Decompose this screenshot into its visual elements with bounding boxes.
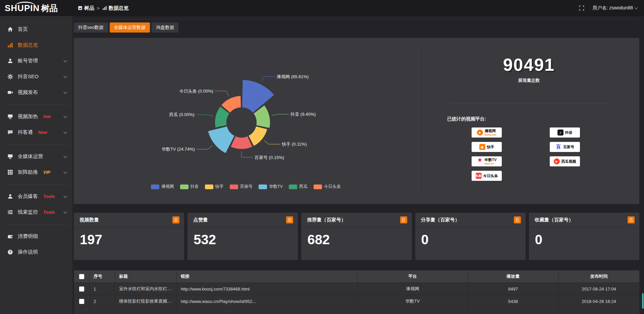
username-label: 用户名: zswodun88 (592, 5, 633, 11)
table-row: 2 楼体投影灯投影效果震撼上市 http://www.wasu.cn/Play/… (74, 295, 640, 308)
sidebar-item-label: 首页 (18, 26, 28, 33)
platforms-title: 已统计的视频平台: (419, 116, 639, 122)
cell-time: 2017-08-24 17:04 (558, 283, 640, 295)
legend-item[interactable]: 西瓜 (289, 184, 308, 190)
legend-item[interactable]: 抖音 (180, 184, 199, 190)
cell-url-link[interactable]: http://www.wasu.cn/Play/show/id/952... (177, 295, 358, 308)
col-header-plays: 播放量 (468, 270, 558, 283)
select-all-checkbox[interactable] (79, 274, 84, 279)
platform-name: 抖音 (565, 131, 573, 135)
monitor-icon (7, 154, 13, 159)
pie-slice-4[interactable] (208, 126, 235, 154)
breadcrumb-root[interactable]: 树品 (78, 5, 94, 11)
tools-badge: Tools (43, 194, 55, 199)
vip-badge: VIP (43, 170, 50, 175)
sidebar-item-member-burst[interactable]: 会员爆客 Tools (0, 189, 72, 204)
help-circle-icon: ? (7, 249, 13, 255)
legend-swatch (205, 185, 213, 189)
legend-item[interactable]: 快手 (205, 184, 224, 190)
legend-item[interactable]: 百家号 (230, 184, 253, 190)
rose-chart: 播视网 (65.61%)抖音 (9.40%)快手 (0.11%)百家号 (0.1… (76, 47, 415, 188)
sidebar-item-matrix-boost[interactable]: 矩阵助推 VIP (0, 164, 72, 180)
chevron-down-icon (64, 130, 67, 134)
sidebar-item-label: 抖客通 (18, 129, 33, 136)
pie-label-line (241, 151, 253, 157)
cell-platform: 华数TV (358, 295, 468, 308)
breadcrumb-current[interactable]: 数据总览 (102, 5, 129, 11)
legend-swatch (314, 185, 322, 189)
sidebar-item-douketong[interactable]: 抖客通 New (0, 124, 72, 140)
hot-badge: Hot (43, 114, 51, 119)
home-icon (7, 27, 13, 32)
summary-panel: 90491 展现量总数 已统计的视频平台: ▶ 播视网boosj.com ◉ 快… (418, 47, 639, 195)
sidebar-item-label: 数据总览 (18, 42, 38, 48)
sidebar-item-spend-details[interactable]: 消费明细 (0, 228, 72, 244)
sidebar-item-label: 消费明细 (18, 233, 38, 240)
scrollbar-thumb[interactable] (642, 293, 644, 309)
tab-omnimedia-data[interactable]: 全媒体运营数据 (110, 22, 150, 33)
col-header-link: 链接 (177, 270, 358, 283)
platform-sub: boosj.com (485, 134, 496, 136)
toutiao-logo-icon: 头条 (476, 173, 482, 179)
sidebar-item-data-overview[interactable]: 数据总览 (0, 37, 72, 53)
sidebar-item-label: 操作说明 (18, 249, 38, 255)
legend-item[interactable]: 华数TV (259, 184, 283, 190)
stat-card-favorites: 收藏量（百家号）总 0 (529, 213, 639, 260)
xigua-logo-icon: ▶ (554, 158, 560, 164)
tab-douyin-seo-data[interactable]: 抖音seo数据 (74, 22, 108, 33)
sidebar-item-lead-monitor[interactable]: 线索监控 Tools (0, 204, 72, 220)
wasu-logo-icon: * (477, 158, 483, 164)
sidebar-item-home[interactable]: 首页 (0, 21, 72, 37)
platform-sub: wasu.cn (484, 162, 494, 165)
sidebar-item-douyin-seo[interactable]: 抖音SEO (0, 69, 72, 85)
pie-slice-0[interactable] (242, 80, 275, 113)
tab-inquiry-data[interactable]: 询盘数据 (152, 22, 178, 33)
chevron-down-icon (64, 154, 67, 158)
sidebar-item-help[interactable]: ? 操作说明 (0, 244, 72, 260)
sidebar-item-label: 全媒体运营 (18, 153, 43, 160)
fullscreen-icon[interactable] (579, 5, 584, 11)
sidebar-item-video-heat[interactable]: 视频加热 Hot (0, 109, 72, 124)
cell-title-link[interactable]: 室外水纹灯和室内水纹灯的区别和简介 (115, 283, 177, 295)
sidebar-item-label: 矩阵助推 (18, 169, 38, 175)
sidebar-item-video-publish[interactable]: 视频发布 (0, 85, 72, 100)
top-header: SHUPIN 树品 树品 > 数据总览 用户名: zswodun88 (0, 0, 644, 16)
sidebar-item-account[interactable]: 账号管理 (0, 53, 72, 69)
stat-card-value: 0 (529, 227, 639, 247)
total-badge: 总 (628, 216, 635, 223)
person-icon (7, 194, 13, 199)
sidebar-divider (3, 184, 69, 185)
legend-item[interactable]: 今日头条 (314, 184, 341, 190)
row-checkbox[interactable] (79, 299, 84, 304)
platform-badge-toutiao: 头条 今日头条 (472, 171, 502, 181)
col-header-index: 序号 (90, 270, 115, 283)
pie-label: 播视网 (65.61%) (277, 74, 309, 79)
row-checkbox[interactable] (79, 286, 84, 292)
sidebar-item-label: 会员爆客 (18, 193, 38, 200)
user-menu[interactable]: 用户名: zswodun88 (592, 5, 637, 11)
platform-badge-xigua: ▶ 西瓜视频 (550, 156, 580, 166)
cell-url-link[interactable]: http://www.boosj.com/7338468.html (177, 283, 358, 295)
pie-label: 西瓜 (0.00%) (169, 112, 194, 117)
cell-index: 2 (90, 295, 115, 308)
stat-card-value: 197 (74, 227, 184, 247)
breadcrumb-current-label: 数据总览 (109, 5, 129, 11)
col-header-time: 发布时间 (558, 270, 640, 283)
user-icon (7, 58, 13, 64)
bar-chart-icon (102, 6, 107, 10)
chat-bubble-icon (7, 129, 13, 135)
legend-label: 快手 (215, 184, 224, 190)
sidebar-item-omnimedia[interactable]: 全媒体运营 (0, 149, 72, 164)
cell-time: 2018-04-26 16:24 (558, 295, 640, 308)
pie-label: 快手 (0.11%) (281, 142, 307, 147)
sidebar-item-label: 线索监控 (18, 209, 38, 215)
legend-label: 华数TV (269, 184, 283, 190)
boosj-logo-icon: ▶ (477, 129, 483, 136)
col-header-title: 标题 (115, 270, 177, 283)
cell-title-link[interactable]: 楼体投影灯投影效果震撼上市 (115, 295, 177, 308)
main-content: 抖音seo数据 全媒体运营数据 询盘数据 播视网 (65.61%)抖音 (9.4… (72, 16, 644, 314)
total-impressions-value: 90491 (419, 55, 639, 75)
table-header-row: 序号 标题 链接 平台 播放量 发布时间 (74, 270, 640, 283)
legend-item[interactable]: 播视网 (151, 184, 174, 190)
platform-badge-baijiahao: 百 百家号 (550, 142, 580, 152)
